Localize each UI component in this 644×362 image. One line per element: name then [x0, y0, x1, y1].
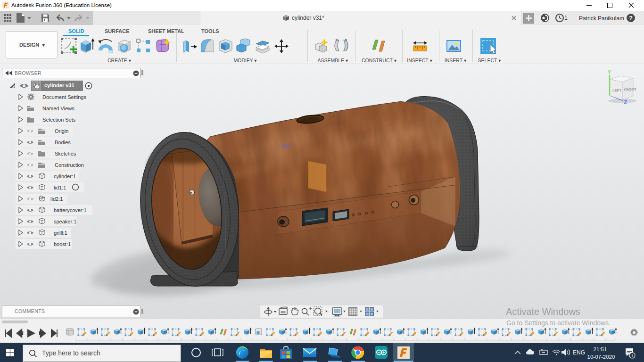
svg-text:boost:1: boost:1: [54, 241, 71, 247]
svg-text:lid1:1: lid1:1: [54, 185, 66, 190]
svg-text:lid2:1: lid2:1: [50, 196, 63, 202]
svg-text:cylinder:1: cylinder:1: [54, 173, 76, 179]
svg-text:Selection Sets: Selection Sets: [42, 117, 76, 123]
svg-text:speaker:1: speaker:1: [54, 219, 76, 224]
svg-text:Origin: Origin: [55, 128, 68, 134]
svg-text:batterycover:1: batterycover:1: [54, 207, 87, 213]
svg-text:Y: Y: [608, 69, 611, 75]
svg-text:1: 1: [631, 354, 633, 358]
svg-text:Construction: Construction: [55, 162, 84, 168]
svg-text:LEFT: LEFT: [612, 88, 622, 93]
svg-text:10-07-2020: 10-07-2020: [587, 354, 615, 360]
svg-text:FRONT: FRONT: [624, 87, 637, 92]
svg-text:Sketches: Sketches: [55, 151, 76, 156]
svg-text:Document Settings: Document Settings: [42, 94, 86, 100]
svg-text:Bodies: Bodies: [55, 140, 71, 145]
svg-text:Named Views: Named Views: [42, 106, 74, 111]
svg-text:ENG: ENG: [573, 349, 585, 356]
svg-text:?: ?: [629, 15, 633, 22]
svg-text:21:51: 21:51: [594, 346, 607, 352]
svg-text:Z: Z: [624, 99, 627, 106]
svg-text:grilll:1: grilll:1: [54, 230, 67, 236]
